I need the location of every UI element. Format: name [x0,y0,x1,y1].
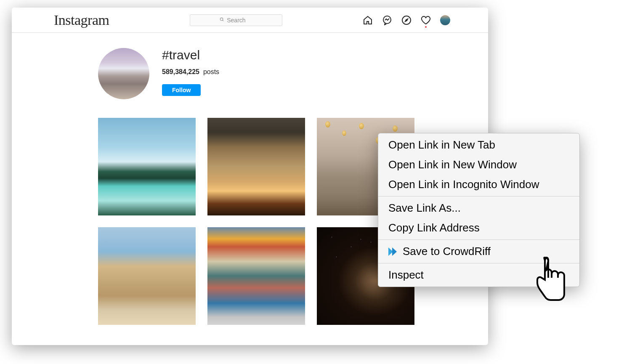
post-thumbnail[interactable] [98,118,196,215]
crowdriff-label: Save to CrowdRiff [403,245,491,258]
explore-icon[interactable] [401,15,412,25]
home-icon[interactable] [363,15,373,25]
menu-open-new-tab[interactable]: Open Link in New Tab [378,135,579,155]
profile-info: #travel 589,384,225 posts Follow [162,48,219,99]
menu-divider [378,263,579,263]
notification-dot [425,26,427,28]
search-field[interactable] [190,14,282,26]
post-thumbnail[interactable] [207,227,305,325]
svg-marker-4 [405,19,408,21]
post-count-number: 589,384,225 [162,68,199,75]
menu-copy-link-address[interactable]: Copy Link Address [378,218,579,238]
post-count-line: 589,384,225 posts [162,68,219,76]
profile-header: #travel 589,384,225 posts Follow [98,48,488,99]
messenger-icon[interactable] [382,15,392,25]
user-avatar[interactable] [440,15,450,25]
context-menu: Open Link in New Tab Open Link in New Wi… [378,133,580,287]
svg-point-0 [220,18,223,20]
nav-icons-group [363,15,450,25]
svg-line-1 [223,20,223,21]
activity-heart-icon[interactable] [421,15,431,25]
menu-save-link-as[interactable]: Save Link As... [378,198,579,218]
follow-button[interactable]: Follow [162,84,201,96]
instagram-logo[interactable]: Instagram [54,12,109,28]
search-input[interactable] [227,17,252,24]
menu-divider [378,239,579,240]
menu-open-new-window[interactable]: Open Link in New Window [378,155,579,175]
top-navigation-bar: Instagram [12,8,488,33]
menu-open-incognito[interactable]: Open Link in Incognito Window [378,175,579,194]
menu-inspect[interactable]: Inspect [378,265,579,285]
posts-label: posts [203,68,219,75]
hashtag-avatar[interactable] [98,48,149,99]
menu-save-to-crowdriff[interactable]: Save to CrowdRiff [378,242,579,261]
post-thumbnail[interactable] [207,118,305,215]
post-thumbnail[interactable] [98,227,196,325]
menu-divider [378,196,579,197]
hashtag-title: #travel [162,48,219,62]
crowdriff-icon [388,247,398,257]
search-icon [220,17,224,23]
